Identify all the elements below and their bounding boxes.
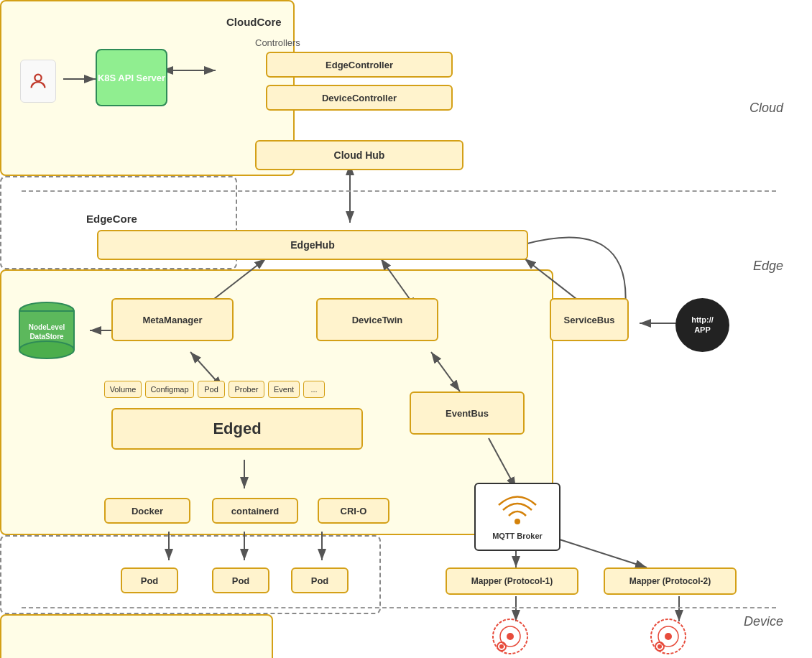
- svg-point-33: [499, 644, 504, 649]
- device-icon-1: [489, 616, 532, 658]
- svg-point-25: [19, 341, 74, 358]
- pod1: Pod: [121, 567, 178, 593]
- volume-box: Volume: [104, 381, 142, 398]
- svg-point-36: [665, 633, 672, 640]
- event-bus: EventBus: [410, 391, 525, 435]
- ellipsis-box: ...: [303, 381, 325, 398]
- device-twin: DeviceTwin: [316, 298, 438, 341]
- svg-point-28: [515, 519, 520, 524]
- cloud-divider: [22, 190, 776, 192]
- device-zone-label: Device: [744, 614, 783, 629]
- edge-hub: EdgeHub: [97, 230, 528, 260]
- mapper-protocol-1: Mapper (Protocol-1): [446, 567, 578, 595]
- mapper-protocol-2: Mapper (Protocol-2): [604, 567, 737, 595]
- cloud-core-title: CloudCore: [226, 16, 282, 28]
- edged-label: Edged: [111, 408, 363, 450]
- user-icon: [20, 60, 56, 103]
- edge-zone-label: Edge: [753, 259, 783, 274]
- controllers-label: Controllers: [255, 37, 300, 48]
- device-divider: [22, 607, 776, 608]
- cloud-zone-label: Cloud: [749, 101, 783, 116]
- pod3: Pod: [291, 567, 349, 593]
- service-bus: ServiceBus: [550, 298, 629, 341]
- pod-small-box: Pod: [198, 381, 225, 398]
- k8s-api-server: K8S API Server: [96, 49, 167, 106]
- device-icon-2: [647, 616, 690, 658]
- svg-point-38: [658, 644, 662, 649]
- http-app: http:// APP: [675, 298, 729, 352]
- edge-controller: EdgeController: [266, 52, 453, 78]
- edge-core-title: EdgeCore: [86, 213, 137, 225]
- containerd-box: containerd: [212, 498, 298, 524]
- meta-manager: MetaManager: [111, 298, 234, 341]
- svg-line-17: [546, 535, 647, 567]
- diagram-container: Cloud Edge Device K8S API Server CloudCo…: [0, 0, 812, 658]
- mqtt-broker: MQTT Broker: [474, 483, 560, 551]
- pod2: Pod: [212, 567, 269, 593]
- node-level-datastore: NodeLevel DataStore: [14, 298, 79, 366]
- configmap-box: Configmap: [145, 381, 194, 398]
- svg-text:NodeLevel: NodeLevel: [29, 323, 65, 331]
- svg-text:DataStore: DataStore: [29, 333, 64, 340]
- docker-box: Docker: [104, 498, 190, 524]
- prober-box: Prober: [229, 381, 264, 398]
- event-box: Event: [268, 381, 300, 398]
- device-controller: DeviceController: [266, 85, 453, 111]
- edged-outer-box: [0, 614, 273, 658]
- svg-point-22: [34, 75, 41, 81]
- cloud-hub: Cloud Hub: [255, 140, 463, 170]
- crio-box: CRI-O: [318, 498, 389, 524]
- svg-point-31: [507, 633, 514, 640]
